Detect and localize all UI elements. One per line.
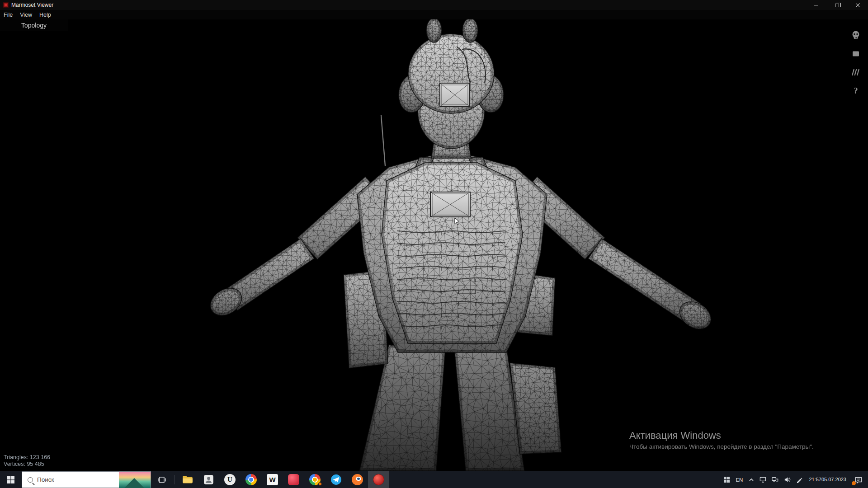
chrome-profile-taskbar-icon[interactable] — [304, 471, 326, 488]
app-badge-dot — [318, 482, 322, 486]
taskbar: Поиск — [0, 471, 868, 488]
clock-date: 05.07.2023 — [821, 476, 846, 483]
action-center-button[interactable] — [850, 471, 867, 488]
windows-activation-watermark: Активация Windows Чтобы активировать Win… — [629, 430, 814, 450]
language-indicator[interactable]: EN — [732, 471, 746, 488]
restore-button[interactable] — [826, 0, 847, 10]
marmoset-app-icon — [3, 2, 9, 8]
w-app-taskbar-icon[interactable]: W — [262, 471, 283, 488]
start-button[interactable] — [0, 471, 22, 488]
menu-file[interactable]: File — [0, 10, 16, 19]
network-tray-icon[interactable] — [769, 471, 781, 488]
tab-topology-label: Topology — [21, 22, 47, 29]
taskbar-divider — [175, 475, 175, 484]
search-icon — [28, 477, 33, 483]
chrome-icon — [245, 474, 257, 485]
mesh-stats: Triangles: 123 166 Vertices: 95 485 — [4, 454, 50, 468]
close-button[interactable] — [847, 0, 868, 10]
material-view-icon[interactable] — [850, 48, 862, 60]
marmoset-viewer-window: Marmoset Viewer File View Help Topology — [0, 0, 868, 488]
contacts-app-taskbar-icon[interactable] — [198, 471, 219, 488]
restore-icon — [835, 4, 839, 7]
triangles-count: Triangles: 123 166 — [4, 454, 50, 461]
marmoset-logo-icon[interactable] — [850, 29, 862, 41]
mouse-cursor-icon — [454, 217, 461, 225]
pen-icon — [796, 476, 803, 483]
menu-help[interactable]: Help — [36, 10, 55, 19]
telegram-taskbar-icon[interactable] — [326, 471, 347, 488]
help-icon[interactable]: ? — [850, 85, 862, 97]
viewport-3d[interactable]: Topology ? — [0, 19, 868, 471]
taskbar-clock[interactable]: 21:57 05.07.2023 — [805, 471, 850, 488]
display-tray-icon[interactable] — [757, 471, 769, 488]
pen-tray-icon[interactable] — [793, 471, 805, 488]
display-icon — [759, 476, 767, 483]
tray-window-icon — [723, 476, 730, 483]
taskbar-search[interactable]: Поиск — [22, 471, 151, 488]
menubar: File View Help — [0, 10, 868, 19]
window-title: Marmoset Viewer — [11, 2, 53, 8]
red-app-icon — [288, 474, 299, 485]
chrome-taskbar-icon[interactable] — [241, 471, 262, 488]
red-app-taskbar-icon[interactable] — [283, 471, 304, 488]
unreal-engine-taskbar-icon[interactable]: U — [219, 471, 241, 488]
clock-time: 21:57 — [809, 476, 821, 483]
hidden-icons-button[interactable] — [746, 471, 757, 488]
task-view-icon — [157, 475, 166, 484]
system-tray: EN — [721, 471, 868, 488]
activation-title: Активация Windows — [629, 430, 814, 441]
chevron-up-icon — [748, 477, 755, 483]
blender-taskbar-icon[interactable] — [347, 471, 368, 488]
blender-icon — [352, 474, 363, 485]
taskbar-left: Поиск — [0, 471, 721, 488]
file-explorer-taskbar-icon[interactable] — [177, 471, 198, 488]
search-placeholder: Поиск — [37, 476, 119, 483]
marmoset-viewer-taskbar-icon[interactable] — [368, 471, 389, 488]
menu-view[interactable]: View — [16, 10, 36, 19]
volume-tray-icon[interactable] — [781, 471, 793, 488]
wireframe-toggle-icon[interactable] — [850, 66, 862, 78]
contacts-icon — [203, 474, 214, 485]
close-icon — [855, 3, 860, 8]
wireframe-model-canvas[interactable] — [0, 19, 868, 471]
folder-icon — [182, 474, 193, 486]
minimize-icon — [814, 5, 818, 5]
network-icon — [771, 476, 779, 483]
task-view-button[interactable] — [151, 471, 173, 488]
search-highlight-image[interactable] — [119, 472, 151, 488]
volume-icon — [783, 476, 791, 483]
window-titlebar[interactable]: Marmoset Viewer — [0, 0, 868, 10]
vertices-count: Vertices: 95 485 — [4, 461, 50, 468]
window-controls — [806, 0, 868, 10]
windows-logo-icon — [7, 476, 14, 483]
telegram-icon — [330, 474, 342, 485]
activation-subtitle: Чтобы активировать Windows, перейдите в … — [629, 443, 814, 450]
unreal-icon: U — [224, 474, 236, 485]
w-app-icon: W — [267, 474, 278, 485]
notification-badge — [852, 481, 856, 485]
viewer-side-toolbar: ? — [850, 29, 862, 97]
minimize-button[interactable] — [806, 0, 826, 10]
tray-app-icon[interactable] — [721, 471, 732, 488]
marmoset-viewer-icon — [373, 474, 384, 485]
tab-topology[interactable]: Topology — [0, 19, 68, 31]
